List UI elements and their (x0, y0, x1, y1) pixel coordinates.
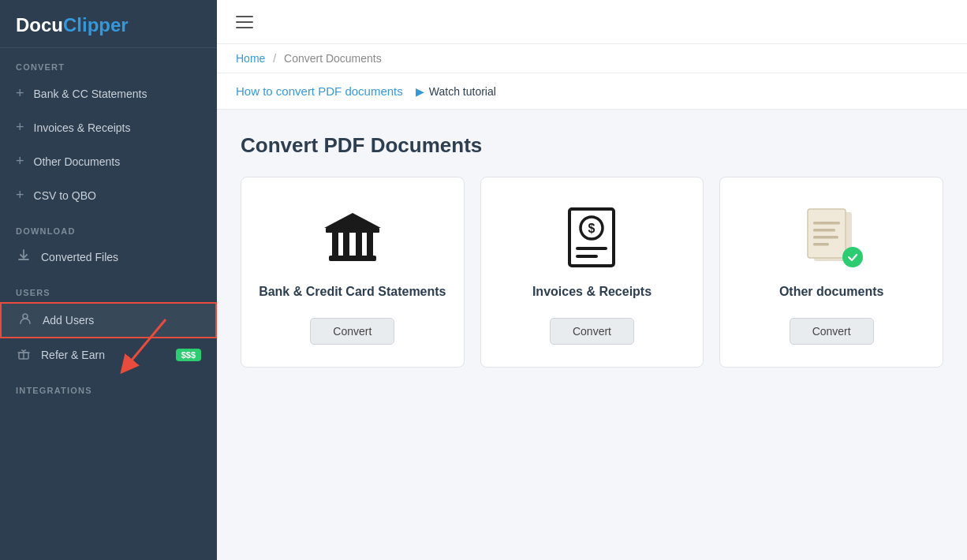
svg-rect-7 (367, 233, 373, 256)
card-invoices-title: Invoices & Receipts (532, 283, 652, 301)
sidebar: DocuClipper CONVERT + Bank & CC Statemen… (0, 0, 217, 560)
card-invoices: $ Invoices & Receipts Convert (480, 177, 704, 368)
svg-marker-8 (324, 213, 381, 228)
breadcrumb-separator: / (273, 52, 276, 65)
card-bank: Bank & Credit Card Statements Convert (241, 177, 465, 368)
svg-text:$: $ (588, 222, 596, 235)
top-bar (217, 0, 967, 44)
plus-icon: + (16, 153, 24, 170)
sidebar-item-label: CSV to QBO (34, 189, 96, 202)
watch-tutorial-link[interactable]: ▶ Watch tutorial (416, 85, 496, 98)
sidebar-item-label: Invoices & Receipts (34, 121, 131, 134)
how-to-text: How to convert PDF documents (236, 84, 403, 98)
breadcrumb-home[interactable]: Home (236, 52, 265, 65)
svg-rect-5 (343, 233, 349, 256)
sidebar-item-label: Refer & Earn (41, 349, 105, 361)
sidebar-item-label: Add Users (43, 314, 94, 327)
sidebar-item-bank-cc[interactable]: + Bank & CC Statements (0, 77, 217, 110)
sidebar-item-other-docs[interactable]: + Other Documents (0, 144, 217, 178)
plus-icon: + (16, 119, 24, 136)
gift-icon (16, 347, 32, 363)
svg-rect-4 (332, 233, 338, 256)
svg-rect-17 (813, 229, 835, 232)
page-title: Convert PDF Documents (241, 133, 943, 158)
cards-grid: Bank & Credit Card Statements Convert $ (241, 177, 943, 368)
svg-point-0 (23, 314, 28, 319)
svg-rect-16 (813, 222, 840, 225)
user-icon (17, 312, 33, 328)
card-other: Other documents Convert (719, 177, 943, 368)
card-invoices-convert-button[interactable]: Convert (550, 318, 634, 345)
watch-tutorial-label: Watch tutorial (429, 85, 496, 98)
svg-rect-6 (356, 233, 362, 256)
sidebar-item-label: Bank & CC Statements (34, 88, 147, 100)
logo: DocuClipper (0, 0, 217, 48)
hamburger-menu[interactable] (236, 16, 253, 28)
sidebar-item-converted-files[interactable]: Converted Files (0, 241, 217, 274)
section-users: USERS (0, 274, 217, 302)
section-download: DOWNLOAD (0, 212, 217, 241)
breadcrumb-current: Convert Documents (284, 52, 382, 65)
svg-rect-12 (576, 247, 607, 250)
sidebar-item-invoices[interactable]: + Invoices & Receipts (0, 110, 217, 144)
section-integrations: INTEGRATIONS (0, 371, 217, 400)
breadcrumb: Home / Convert Documents (217, 44, 967, 73)
check-badge (842, 247, 863, 267)
sidebar-item-label: Converted Files (41, 251, 118, 263)
svg-rect-15 (808, 209, 846, 258)
svg-rect-13 (576, 255, 598, 258)
card-other-title: Other documents (779, 283, 883, 301)
svg-rect-2 (329, 256, 376, 261)
card-bank-title: Bank & Credit Card Statements (259, 283, 446, 301)
other-doc-icon (800, 206, 863, 269)
bank-icon (321, 206, 384, 269)
svg-rect-18 (813, 236, 838, 239)
svg-rect-19 (813, 243, 829, 246)
sidebar-item-add-users[interactable]: Add Users (0, 302, 217, 338)
plus-icon: + (16, 85, 24, 102)
svg-rect-3 (326, 228, 379, 233)
badge-money: $$$ (176, 349, 201, 361)
section-convert: CONVERT (0, 48, 217, 77)
card-other-convert-button[interactable]: Convert (790, 318, 874, 345)
sidebar-item-refer-earn[interactable]: Refer & Earn $$$ (0, 338, 217, 371)
download-icon (16, 249, 32, 265)
sidebar-item-csv-qbo[interactable]: + CSV to QBO (0, 178, 217, 212)
invoice-icon: $ (560, 206, 623, 269)
plus-icon: + (16, 187, 24, 203)
page-content: Convert PDF Documents (217, 110, 967, 391)
card-bank-convert-button[interactable]: Convert (310, 318, 394, 345)
sidebar-item-label: Other Documents (34, 155, 121, 168)
logo-docu: Docu (16, 14, 63, 35)
play-icon: ▶ (416, 85, 424, 98)
info-banner: How to convert PDF documents ▶ Watch tut… (217, 73, 967, 110)
logo-clip: Clipper (63, 14, 129, 35)
main-content: Home / Convert Documents How to convert … (217, 0, 967, 560)
